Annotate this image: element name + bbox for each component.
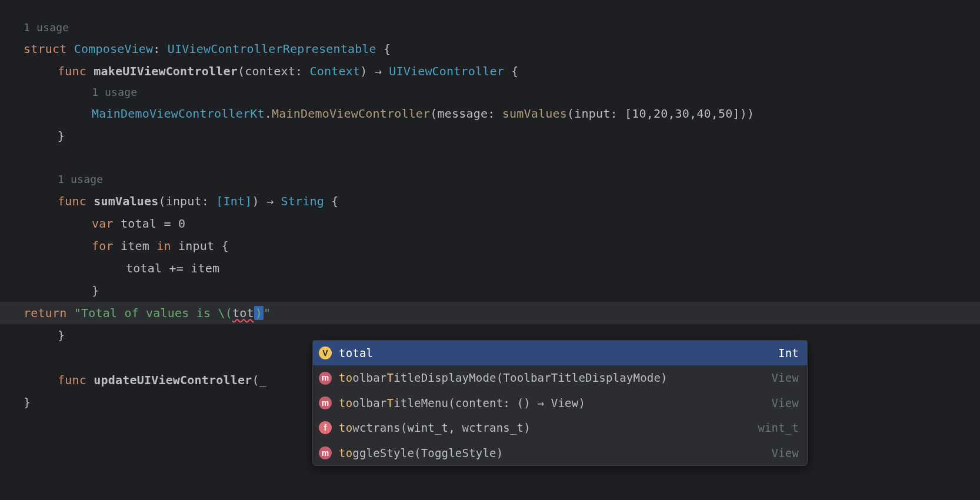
member-call: sumValues [502, 106, 567, 121]
method-icon: m [319, 446, 332, 459]
arg-label: message [438, 106, 488, 121]
type-name: String [281, 194, 324, 208]
identifier: input [178, 239, 214, 253]
completion-label: toolbarTitleMenu(content: () → View) [339, 394, 759, 412]
variable-icon: V [319, 346, 332, 359]
error-token[interactable]: tot [232, 306, 254, 320]
param-name: context [245, 64, 295, 78]
member-call: MainDemoViewController [272, 106, 430, 121]
caret: ) [254, 306, 264, 320]
completion-type: View [771, 444, 799, 462]
completion-label: towctrans(wint_t, wctrans_t) [339, 419, 746, 436]
code-line[interactable]: } [24, 125, 956, 147]
func-name: sumValues [94, 194, 158, 208]
keyword-var: var [92, 216, 114, 231]
param-name: input [166, 194, 202, 208]
string-literal: " [264, 306, 271, 320]
code-line[interactable]: var total = 0 [24, 212, 956, 235]
completion-type: View [771, 369, 799, 386]
statement: total += item [126, 261, 219, 275]
code-line[interactable]: func sumValues(input: [Int]) → String { [24, 190, 956, 212]
usage-hint: 1 usage [24, 82, 956, 102]
code-editor[interactable]: 1 usage struct ComposeView: UIViewContro… [0, 0, 980, 500]
blank-line [24, 147, 956, 169]
code-text: (_ [252, 373, 266, 387]
function-icon: f [319, 421, 332, 434]
keyword-func: func [58, 64, 86, 78]
identifier: total [121, 216, 156, 231]
code-line[interactable]: for item in input { [24, 235, 956, 257]
keyword-struct: struct [24, 42, 66, 56]
code-line[interactable]: MainDemoViewControllerKt.MainDemoViewCon… [24, 102, 956, 125]
completion-label: toggleStyle(ToggleStyle) [339, 444, 759, 462]
completion-type: Int [778, 344, 799, 362]
completion-label: total [339, 344, 766, 362]
literal: = 0 [164, 216, 185, 231]
array-literal: [10,20,30,40,50] [625, 106, 740, 121]
arg-label: input [574, 106, 610, 121]
completion-item[interactable]: f towctrans(wint_t, wctrans_t) wint_t [313, 415, 807, 440]
completion-label: toolbarTitleDisplayMode(ToolbarTitleDisp… [339, 369, 759, 386]
completion-type: View [771, 394, 799, 412]
completion-type: wint_t [758, 419, 799, 436]
type-name: UIViewController [389, 64, 504, 78]
code-line[interactable]: struct ComposeView: UIViewControllerRepr… [24, 38, 956, 60]
completion-item[interactable]: m toolbarTitleMenu(content: () → View) V… [313, 391, 807, 415]
keyword-func: func [58, 373, 86, 387]
type-name: ComposeView [74, 42, 154, 56]
usage-hint: 1 usage [24, 169, 956, 189]
method-icon: m [319, 396, 332, 409]
completion-item[interactable]: m toggleStyle(ToggleStyle) View [313, 441, 807, 465]
code-line[interactable]: total += item [24, 257, 956, 279]
func-name: makeUIViewController [94, 64, 238, 78]
type-name: UIViewControllerRepresentable [168, 42, 376, 56]
completion-item[interactable]: m toolbarTitleDisplayMode(ToolbarTitleDi… [313, 365, 807, 390]
completion-item[interactable]: V total Int [313, 341, 807, 365]
type-name: MainDemoViewControllerKt [92, 106, 265, 121]
keyword-func: func [58, 194, 86, 208]
code-line[interactable]: func makeUIViewController(context: Conte… [24, 60, 956, 82]
identifier: item [121, 239, 149, 253]
usage-hint: 1 usage [24, 18, 956, 38]
func-name: updateUIViewController [94, 373, 252, 387]
string-literal: "Total of values is \( [74, 306, 232, 320]
keyword-return: return [24, 306, 66, 320]
code-line[interactable]: } [24, 279, 956, 302]
type-name: [Int] [216, 194, 252, 208]
type-name: Context [309, 64, 360, 78]
code-line-active[interactable]: return "Total of values is \(tot)" [0, 302, 980, 324]
keyword-in: in [156, 239, 171, 253]
keyword-for: for [92, 239, 114, 253]
method-icon: m [319, 372, 332, 385]
completion-popup[interactable]: V total Int m toolbarTitleDisplayMode(To… [312, 340, 808, 466]
